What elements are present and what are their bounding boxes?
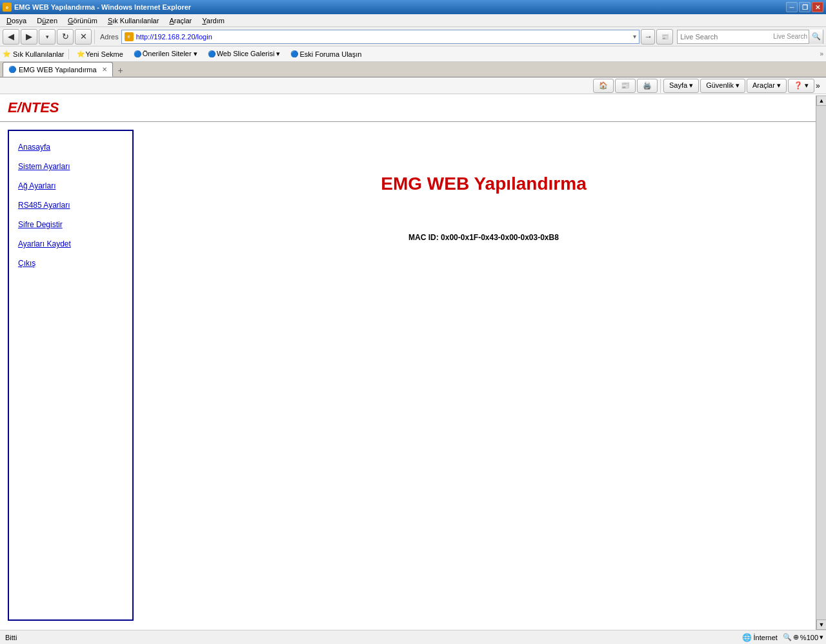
- menu-araclar[interactable]: Araçlar: [165, 16, 196, 25]
- restore-button[interactable]: ❐: [799, 2, 811, 12]
- search-button[interactable]: 🔍: [809, 30, 823, 44]
- tab-emg-web[interactable]: 🔵 EMG WEB Yapılandırma ✕: [3, 62, 113, 77]
- cmd-chevron: »: [816, 81, 823, 90]
- main-content: Anasayfa Sistem Ayarları Ağ Ayarları RS4…: [0, 122, 826, 629]
- toolbar-separator-1: [94, 30, 95, 44]
- search-input[interactable]: [678, 30, 772, 43]
- address-page-icon: e: [125, 32, 134, 41]
- menu-yardim[interactable]: Yardım: [198, 16, 228, 25]
- scrollbar-right[interactable]: ▲ ▼: [816, 96, 826, 629]
- menu-duzen[interactable]: Düzen: [33, 16, 61, 25]
- guvenlik-label: Güvenlik ▾: [706, 81, 740, 90]
- favorites-star-icon: ⭐: [3, 50, 10, 57]
- tab-icon: 🔵: [8, 66, 16, 73]
- tab-label: EMG WEB Yapılandırma: [19, 66, 97, 74]
- menu-sik[interactable]: Sık Kullanılanlar: [104, 16, 163, 25]
- title-bar-icon: e: [3, 3, 12, 12]
- nav-toolbar: ◀ ▶ ▾ ↻ ✕ Adres e http://192.168.2.20/lo…: [0, 27, 826, 46]
- address-bar-container: Adres e http://192.168.2.20/login ▾ → 📰: [100, 29, 673, 45]
- logo-ntes: NTES: [21, 99, 59, 116]
- sidebar-item-anasayfa[interactable]: Anasayfa: [15, 137, 126, 157]
- chevron-right-icon: »: [820, 50, 823, 57]
- fav-separator-1: [68, 49, 69, 59]
- sayfa-label: Sayfa ▾: [669, 81, 693, 90]
- araclar-cmd-label: Araçlar ▾: [752, 81, 781, 90]
- sidebar-item-ayarlari-kaydet[interactable]: Ayarları Kaydet: [15, 234, 126, 254]
- menu-dosya[interactable]: Dosya: [3, 16, 30, 25]
- eski-forum-icon: 🔵: [290, 50, 298, 57]
- sidebar-item-cikis[interactable]: Çıkış: [15, 254, 126, 273]
- sayfa-btn[interactable]: Sayfa ▾: [663, 79, 699, 93]
- favorites-label: Sık Kullanılanlar: [13, 50, 65, 58]
- go-button[interactable]: →: [641, 29, 655, 45]
- content-area: EMG WEB Yapılandırma MAC ID: 0x00-0x1F-0…: [141, 122, 826, 629]
- fav-item-yeni-sekme[interactable]: ⭐ Yeni Sekme: [73, 50, 127, 59]
- stop-button[interactable]: ✕: [75, 29, 92, 45]
- araclar-cmd-btn[interactable]: Araçlar ▾: [747, 79, 787, 93]
- search-live-label: Live Search: [772, 33, 809, 40]
- logo-e: E: [8, 99, 17, 116]
- title-bar-text: EMG WEB Yapılandırma - Windows Internet …: [14, 3, 191, 11]
- minimize-button[interactable]: ─: [786, 2, 798, 12]
- help-cmd-btn[interactable]: ❓ ▾: [788, 79, 814, 93]
- address-dropdown-btn[interactable]: ▾: [633, 33, 636, 40]
- onerilen-icon: 🔵: [134, 50, 141, 57]
- scroll-track[interactable]: [816, 106, 826, 619]
- home-cmd-btn[interactable]: 🏠: [593, 79, 614, 93]
- address-bar[interactable]: e http://192.168.2.20/login ▾: [121, 30, 640, 44]
- fav-item-eski-forum[interactable]: 🔵 Eski Foruma Ulaşın: [287, 50, 365, 59]
- menu-gorunum[interactable]: Görünüm: [64, 16, 101, 25]
- refresh-button[interactable]: ↻: [57, 29, 74, 45]
- tab-close-button[interactable]: ✕: [102, 66, 107, 73]
- yeni-sekme-icon: ⭐: [77, 50, 85, 57]
- sidebar-item-sifre-degistir[interactable]: Sifre Degistir: [15, 215, 126, 234]
- guvenlik-btn[interactable]: Güvenlik ▾: [700, 79, 745, 93]
- sidebar-item-sistem-ayarlari[interactable]: Sistem Ayarları: [15, 157, 126, 176]
- address-url: http://192.168.2.20/login: [136, 33, 630, 41]
- fav-item-web-slice[interactable]: 🔵 Web Slice Galerisi ▾: [204, 49, 285, 59]
- eski-forum-label: Eski Foruma Ulaşın: [299, 50, 361, 58]
- menu-bar: Dosya Düzen Görünüm Sık Kullanılanlar Ar…: [0, 14, 826, 27]
- page-title: EMG WEB Yapılandırma: [381, 174, 586, 194]
- cmd-separator-1: [660, 79, 661, 93]
- help-label: ❓ ▾: [794, 81, 809, 90]
- sidebar: Anasayfa Sistem Ayarları Ağ Ayarları RS4…: [8, 130, 134, 621]
- page-header: E/NTES: [0, 94, 826, 122]
- tab-bar: 🔵 EMG WEB Yapılandırma ✕ +: [0, 62, 826, 77]
- dropdown-button[interactable]: ▾: [39, 29, 55, 45]
- onerilen-label: Önerilen Siteler ▾: [143, 50, 197, 58]
- logo: E/NTES: [8, 99, 818, 116]
- rss-button[interactable]: 📰: [656, 29, 673, 45]
- print-cmd-btn[interactable]: 🖨️: [637, 79, 658, 93]
- fav-item-onerilen[interactable]: 🔵 Önerilen Siteler ▾: [130, 49, 201, 59]
- new-tab-button[interactable]: +: [114, 64, 127, 77]
- title-bar: e EMG WEB Yapılandırma - Windows Interne…: [0, 0, 826, 14]
- command-bar: 🏠 📰 🖨️ Sayfa ▾ Güvenlik ▾ Araçlar ▾ ❓ ▾ …: [0, 77, 826, 94]
- favorites-bar: ⭐ Sık Kullanılanlar ⭐ Yeni Sekme 🔵 Öneri…: [0, 46, 826, 62]
- page-area: E/NTES Anasayfa Sistem Ayarları Ağ Ayarl…: [0, 94, 826, 629]
- web-slice-icon: 🔵: [208, 50, 216, 57]
- rss-cmd-btn[interactable]: 📰: [615, 79, 636, 93]
- sidebar-item-rs485-ayarlari[interactable]: RS485 Ayarları: [15, 196, 126, 215]
- search-bar: Live Search 🔍: [677, 30, 823, 44]
- scroll-down-btn[interactable]: ▼: [816, 619, 826, 629]
- close-button[interactable]: ✕: [812, 2, 823, 12]
- web-slice-label: Web Slice Galerisi ▾: [217, 50, 281, 58]
- forward-button[interactable]: ▶: [21, 29, 37, 45]
- mac-id: MAC ID: 0x00-0x1F-0x43-0x00-0x03-0xB8: [408, 233, 559, 242]
- scroll-up-btn[interactable]: ▲: [816, 96, 826, 106]
- sidebar-item-ag-ayarlari[interactable]: Ağ Ayarları: [15, 176, 126, 196]
- yeni-sekme-label: Yeni Sekme: [86, 50, 123, 58]
- address-label: Adres: [100, 33, 119, 41]
- back-button[interactable]: ◀: [3, 29, 19, 45]
